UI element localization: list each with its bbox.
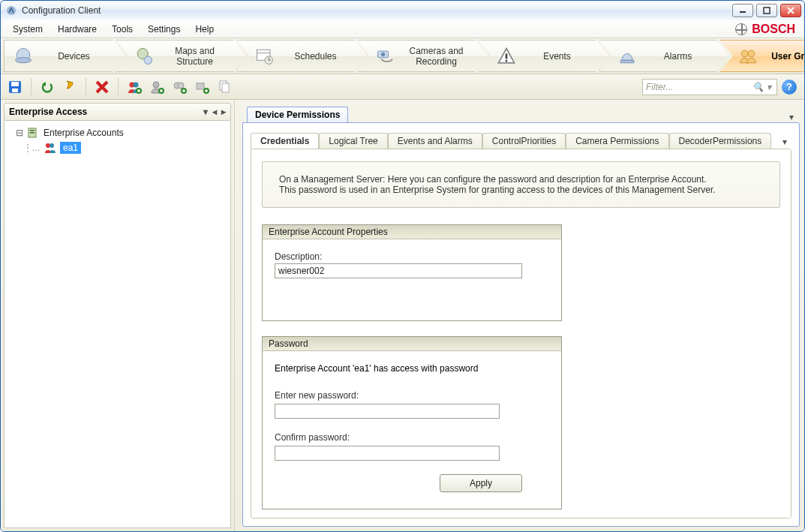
step-alarms[interactable]: Alarms <box>599 40 730 72</box>
maximize-button[interactable] <box>756 4 777 17</box>
tab-credentials[interactable]: Credentials <box>251 133 319 149</box>
undo-button[interactable] <box>38 77 57 97</box>
svg-point-38 <box>178 83 184 89</box>
left-pane-header: Enterprise Access ▾ ◂ ▸ <box>4 103 231 121</box>
collapse-icon[interactable]: ⊟ <box>15 128 24 138</box>
tab-device-permissions[interactable]: Device Permissions <box>247 107 348 122</box>
delete-button[interactable] <box>92 77 112 97</box>
step-label: User Groups <box>767 51 805 62</box>
svg-rect-24 <box>12 89 18 92</box>
tree-root-label: Enterprise Accounts <box>44 128 124 138</box>
users-icon <box>44 141 57 155</box>
step-label: Cameras and Recording <box>404 46 468 67</box>
info-box: On a Management Server: Here you can con… <box>262 161 780 208</box>
step-events[interactable]: Events <box>478 40 609 72</box>
inner-tab-menu-icon[interactable]: ▾ <box>782 137 791 149</box>
svg-point-18 <box>506 59 508 62</box>
menu-hardware[interactable]: Hardware <box>50 21 104 38</box>
filter-placeholder: Filter... <box>646 82 751 92</box>
svg-point-6 <box>16 57 32 62</box>
main-area: Enterprise Access ▾ ◂ ▸ ⊟ Enterprise Acc… <box>1 100 804 531</box>
tree-root-row[interactable]: ⊟ Enterprise Accounts <box>8 125 227 140</box>
confirm-password-label: Confirm password: <box>275 432 549 443</box>
add-single-user-button[interactable] <box>147 77 167 97</box>
tab-decoder-permissions[interactable]: DecoderPermissions <box>669 133 772 149</box>
tab-events-and-alarms[interactable]: Events and Alarms <box>388 133 482 149</box>
step-schedules[interactable]: Schedules <box>236 40 368 72</box>
tree-child-label: ea1 <box>60 142 81 154</box>
svg-point-15 <box>381 52 385 56</box>
menu-settings[interactable]: Settings <box>140 21 188 38</box>
new-password-input[interactable] <box>275 404 500 419</box>
add-device-button[interactable] <box>192 77 212 97</box>
menubar: System Hardware Tools Settings Help BOSC… <box>1 20 804 38</box>
cameras-icon <box>374 45 397 68</box>
outer-tab-menu-icon[interactable]: ▾ <box>789 112 800 122</box>
menu-tools[interactable]: Tools <box>104 21 140 38</box>
activate-button[interactable] <box>60 77 80 97</box>
tree-child-row[interactable]: ⋮… ea1 <box>8 140 227 155</box>
description-label: Description: <box>275 251 549 262</box>
svg-rect-2 <box>764 8 770 14</box>
close-button[interactable] <box>780 4 801 17</box>
info-line-1: On a Management Server: Here you can con… <box>279 174 763 185</box>
devices-icon <box>12 45 35 68</box>
window-title: Configuration Client <box>22 5 732 16</box>
svg-point-20 <box>741 50 748 57</box>
user-groups-icon <box>737 45 759 68</box>
svg-point-29 <box>134 82 139 87</box>
step-user-groups[interactable]: User Groups <box>719 40 805 72</box>
description-input[interactable]: wiesner002 <box>275 263 522 278</box>
svg-rect-42 <box>197 83 204 89</box>
app-icon <box>5 5 17 17</box>
step-cameras-and-recording[interactable]: Cameras and Recording <box>357 40 488 72</box>
filter-dropdown-icon[interactable]: ▾ <box>764 82 773 92</box>
tree-branch-icon: ⋮… <box>23 143 41 153</box>
step-label: Maps and Structure <box>163 46 227 67</box>
svg-rect-49 <box>30 130 35 131</box>
group-password: Password Enterprise Account 'ea1' has ac… <box>262 336 562 509</box>
toolbar: Filter... 🔍 ▾ ? <box>1 74 804 100</box>
add-dual-group-button[interactable] <box>170 77 189 97</box>
new-password-label: Enter new password: <box>275 390 549 401</box>
maps-icon <box>133 45 155 68</box>
minimize-button[interactable] <box>732 4 753 17</box>
pane-dropdown-icon[interactable]: ▾ <box>203 107 208 117</box>
left-pane: Enterprise Access ▾ ◂ ▸ ⊟ Enterprise Acc… <box>1 100 235 531</box>
events-icon <box>495 45 518 68</box>
server-icon <box>27 126 41 140</box>
step-maps-and-structure[interactable]: Maps and Structure <box>116 40 247 72</box>
menu-system[interactable]: System <box>5 21 50 38</box>
step-label: Alarms <box>646 51 710 62</box>
tab-logical-tree[interactable]: Logical Tree <box>319 133 387 149</box>
help-button[interactable]: ? <box>782 80 797 95</box>
description-value: wiesner002 <box>278 266 324 276</box>
step-devices[interactable]: Devices <box>4 40 126 72</box>
svg-point-21 <box>748 50 755 57</box>
copy-button[interactable] <box>215 77 234 97</box>
apply-button[interactable]: Apply <box>440 474 522 492</box>
credentials-body: On a Management Server: Here you can con… <box>251 149 791 518</box>
save-button[interactable] <box>5 77 25 97</box>
tab-camera-permissions[interactable]: Camera Permissions <box>566 133 668 149</box>
svg-rect-50 <box>30 132 35 134</box>
group-header-password: Password <box>263 337 561 351</box>
brand-globe-icon <box>735 23 747 35</box>
schedules-icon <box>254 45 276 68</box>
alarms-icon <box>616 45 638 68</box>
search-icon[interactable]: 🔍 <box>751 82 764 92</box>
add-user-button[interactable] <box>125 77 144 97</box>
confirm-password-input[interactable] <box>275 446 500 461</box>
pane-prev-icon[interactable]: ◂ <box>212 107 217 117</box>
group-header-properties: Enterprise Account Properties <box>263 225 561 239</box>
tree: ⊟ Enterprise Accounts ⋮… ea1 <box>4 121 231 528</box>
group-enterprise-account-properties: Enterprise Account Properties Descriptio… <box>262 224 562 321</box>
right-pane: Device Permissions ▾ Credentials Logical… <box>235 100 804 531</box>
brand-logo: BOSCH <box>752 23 795 36</box>
pane-next-icon[interactable]: ▸ <box>221 107 226 117</box>
menu-help[interactable]: Help <box>188 21 221 38</box>
svg-point-33 <box>153 82 159 88</box>
tab-control-priorities[interactable]: ControlPriorities <box>482 133 566 149</box>
filter-input[interactable]: Filter... 🔍 ▾ <box>642 79 777 95</box>
svg-rect-19 <box>620 60 634 63</box>
